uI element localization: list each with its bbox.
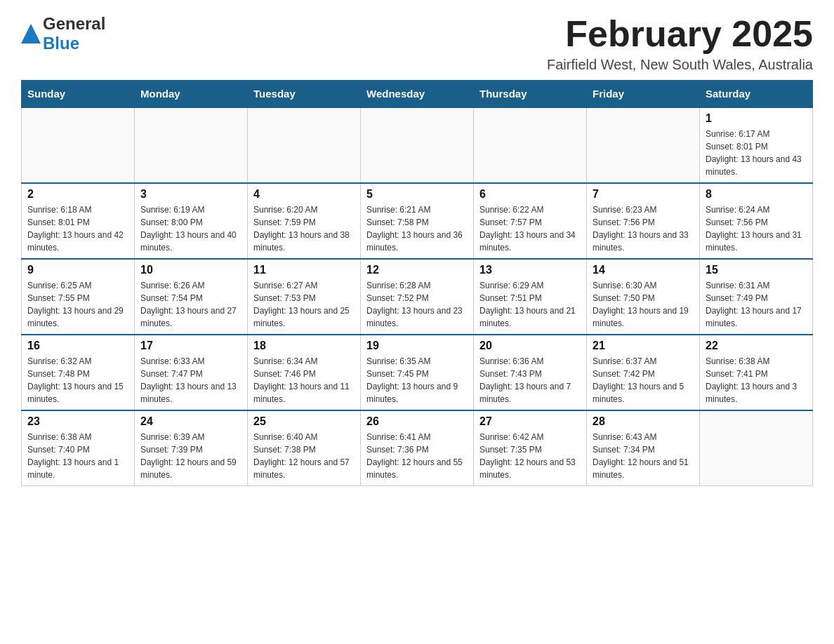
calendar-cell: 10Sunrise: 6:26 AM Sunset: 7:54 PM Dayli… [135,259,248,335]
day-number: 8 [706,188,807,201]
logo-row: General Blue [21,14,105,53]
logo-area: General Blue [21,14,105,53]
calendar-cell: 24Sunrise: 6:39 AM Sunset: 7:39 PM Dayli… [135,410,248,486]
calendar-cell: 13Sunrise: 6:29 AM Sunset: 7:51 PM Dayli… [474,259,587,335]
day-number: 22 [706,340,807,352]
day-info: Sunrise: 6:32 AM Sunset: 7:48 PM Dayligh… [27,355,128,405]
header-sunday: Sunday [22,81,135,108]
calendar-cell [700,410,813,486]
calendar-week-5: 23Sunrise: 6:38 AM Sunset: 7:40 PM Dayli… [22,410,813,486]
location-title: Fairfield West, New South Wales, Austral… [547,57,813,73]
day-info: Sunrise: 6:19 AM Sunset: 8:00 PM Dayligh… [140,203,241,254]
day-info: Sunrise: 6:40 AM Sunset: 7:38 PM Dayligh… [253,431,355,481]
day-number: 21 [593,340,694,352]
calendar-header-row: SundayMondayTuesdayWednesdayThursdayFrid… [22,81,813,108]
header-thursday: Thursday [474,81,587,108]
calendar-cell: 23Sunrise: 6:38 AM Sunset: 7:40 PM Dayli… [22,410,135,486]
calendar-cell [135,107,248,183]
day-number: 19 [366,340,468,352]
day-info: Sunrise: 6:42 AM Sunset: 7:35 PM Dayligh… [479,431,581,481]
svg-marker-0 [21,24,41,43]
day-number: 15 [706,264,807,276]
calendar-cell: 9Sunrise: 6:25 AM Sunset: 7:55 PM Daylig… [22,259,135,335]
day-info: Sunrise: 6:38 AM Sunset: 7:40 PM Dayligh… [27,431,128,481]
month-title: February 2025 [547,14,813,54]
calendar-cell: 16Sunrise: 6:32 AM Sunset: 7:48 PM Dayli… [22,335,135,410]
day-info: Sunrise: 6:29 AM Sunset: 7:51 PM Dayligh… [479,279,581,330]
day-info: Sunrise: 6:34 AM Sunset: 7:46 PM Dayligh… [253,355,355,405]
day-info: Sunrise: 6:36 AM Sunset: 7:43 PM Dayligh… [479,355,581,405]
title-area: February 2025 Fairfield West, New South … [547,14,813,73]
calendar-cell: 18Sunrise: 6:34 AM Sunset: 7:46 PM Dayli… [248,335,361,410]
calendar-cell: 20Sunrise: 6:36 AM Sunset: 7:43 PM Dayli… [474,335,587,410]
calendar-cell: 26Sunrise: 6:41 AM Sunset: 7:36 PM Dayli… [361,410,474,486]
day-number: 10 [140,264,241,276]
day-info: Sunrise: 6:26 AM Sunset: 7:54 PM Dayligh… [140,279,241,330]
calendar-cell: 4Sunrise: 6:20 AM Sunset: 7:59 PM Daylig… [248,183,361,259]
day-info: Sunrise: 6:17 AM Sunset: 8:01 PM Dayligh… [706,128,807,178]
logo-text: General Blue [43,14,105,53]
calendar-cell: 6Sunrise: 6:22 AM Sunset: 7:57 PM Daylig… [474,183,587,259]
day-info: Sunrise: 6:20 AM Sunset: 7:59 PM Dayligh… [253,203,355,254]
calendar-cell: 2Sunrise: 6:18 AM Sunset: 8:01 PM Daylig… [22,183,135,259]
logo-wrapper: General Blue [21,14,105,53]
calendar-cell: 17Sunrise: 6:33 AM Sunset: 7:47 PM Dayli… [135,335,248,410]
day-info: Sunrise: 6:37 AM Sunset: 7:42 PM Dayligh… [593,355,694,405]
logo-line1: General [43,14,105,34]
day-info: Sunrise: 6:23 AM Sunset: 7:56 PM Dayligh… [593,203,694,254]
calendar-cell: 28Sunrise: 6:43 AM Sunset: 7:34 PM Dayli… [587,410,700,486]
day-number: 28 [593,415,694,428]
calendar-cell: 27Sunrise: 6:42 AM Sunset: 7:35 PM Dayli… [474,410,587,486]
calendar-week-2: 2Sunrise: 6:18 AM Sunset: 8:01 PM Daylig… [22,183,813,259]
calendar-cell: 22Sunrise: 6:38 AM Sunset: 7:41 PM Dayli… [700,335,813,410]
header-saturday: Saturday [700,81,813,108]
day-info: Sunrise: 6:43 AM Sunset: 7:34 PM Dayligh… [593,431,694,481]
calendar-cell: 21Sunrise: 6:37 AM Sunset: 7:42 PM Dayli… [587,335,700,410]
day-info: Sunrise: 6:31 AM Sunset: 7:49 PM Dayligh… [706,279,807,330]
calendar-cell: 7Sunrise: 6:23 AM Sunset: 7:56 PM Daylig… [587,183,700,259]
header-friday: Friday [587,81,700,108]
day-info: Sunrise: 6:21 AM Sunset: 7:58 PM Dayligh… [366,203,468,254]
calendar-cell: 3Sunrise: 6:19 AM Sunset: 8:00 PM Daylig… [135,183,248,259]
day-info: Sunrise: 6:24 AM Sunset: 7:56 PM Dayligh… [706,203,807,254]
calendar-cell: 14Sunrise: 6:30 AM Sunset: 7:50 PM Dayli… [587,259,700,335]
day-number: 7 [593,188,694,201]
day-info: Sunrise: 6:35 AM Sunset: 7:45 PM Dayligh… [366,355,468,405]
logo-line2: Blue [43,34,105,53]
day-info: Sunrise: 6:22 AM Sunset: 7:57 PM Dayligh… [479,203,581,254]
day-number: 2 [27,188,128,201]
day-number: 14 [593,264,694,276]
day-info: Sunrise: 6:30 AM Sunset: 7:50 PM Dayligh… [593,279,694,330]
calendar-cell: 19Sunrise: 6:35 AM Sunset: 7:45 PM Dayli… [361,335,474,410]
day-number: 4 [253,188,355,201]
day-number: 20 [479,340,581,352]
calendar-cell [22,107,135,183]
day-number: 24 [140,415,241,428]
calendar-cell: 15Sunrise: 6:31 AM Sunset: 7:49 PM Dayli… [700,259,813,335]
header-wednesday: Wednesday [361,81,474,108]
day-number: 23 [27,415,128,428]
day-number: 16 [27,340,128,352]
day-info: Sunrise: 6:25 AM Sunset: 7:55 PM Dayligh… [27,279,128,330]
calendar-cell: 1Sunrise: 6:17 AM Sunset: 8:01 PM Daylig… [700,107,813,183]
day-number: 1 [706,112,807,125]
calendar-cell: 11Sunrise: 6:27 AM Sunset: 7:53 PM Dayli… [248,259,361,335]
day-info: Sunrise: 6:28 AM Sunset: 7:52 PM Dayligh… [366,279,468,330]
day-number: 5 [366,188,468,201]
day-number: 26 [366,415,468,428]
day-info: Sunrise: 6:33 AM Sunset: 7:47 PM Dayligh… [140,355,241,405]
day-number: 3 [140,188,241,201]
calendar-cell [587,107,700,183]
calendar-cell [474,107,587,183]
day-number: 12 [366,264,468,276]
day-number: 18 [253,340,355,352]
calendar-cell: 8Sunrise: 6:24 AM Sunset: 7:56 PM Daylig… [700,183,813,259]
day-number: 11 [253,264,355,276]
calendar-cell: 12Sunrise: 6:28 AM Sunset: 7:52 PM Dayli… [361,259,474,335]
calendar-cell [361,107,474,183]
day-number: 25 [253,415,355,428]
day-number: 9 [27,264,128,276]
calendar-week-4: 16Sunrise: 6:32 AM Sunset: 7:48 PM Dayli… [22,335,813,410]
day-info: Sunrise: 6:41 AM Sunset: 7:36 PM Dayligh… [366,431,468,481]
header-tuesday: Tuesday [248,81,361,108]
